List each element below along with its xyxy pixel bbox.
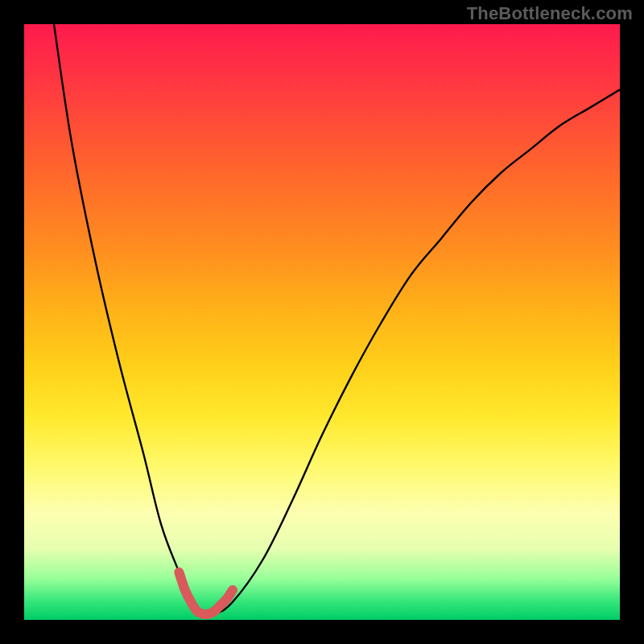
highlight-path [179, 572, 233, 614]
bottleneck-curve-svg [24, 24, 620, 620]
bottleneck-curve-path [54, 24, 620, 616]
watermark-text: TheBottleneck.com [467, 3, 633, 24]
chart-frame: TheBottleneck.com [0, 0, 644, 644]
plot-area [24, 24, 620, 620]
